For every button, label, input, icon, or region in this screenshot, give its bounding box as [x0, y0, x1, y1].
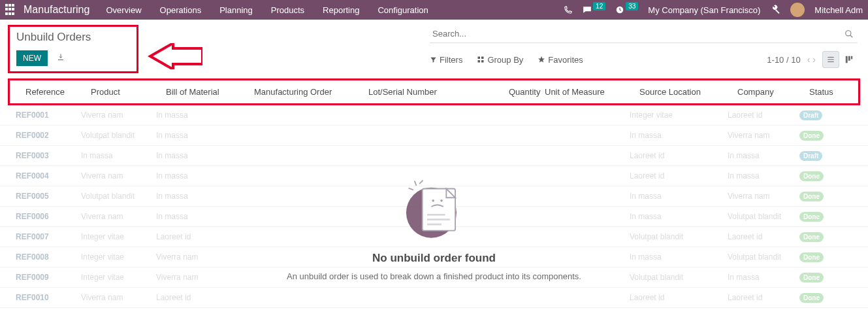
nav-operations[interactable]: Operations — [160, 5, 202, 15]
annotation-arrow-icon — [147, 43, 202, 69]
col-source[interactable]: Source Location — [639, 87, 737, 97]
pager: 1-10 / 10 ‹ › — [767, 51, 858, 68]
kanban-view-icon[interactable] — [841, 51, 858, 68]
activity-icon[interactable]: 33 — [615, 5, 638, 14]
user-name[interactable]: Mitchell Adm — [814, 5, 863, 15]
col-lot[interactable]: Lot/Serial Number — [368, 87, 509, 97]
messages-icon[interactable]: 12 — [583, 5, 605, 14]
control-panel-right: Filters Group By Favorites 1-10 / 10 ‹ › — [430, 25, 858, 73]
search-icon[interactable] — [844, 29, 858, 39]
control-panel-left: Unbuild Orders NEW — [0, 25, 138, 73]
svg-rect-5 — [481, 60, 484, 63]
table-row[interactable]: REF0008Integer vitaeViverra namIn massaV… — [0, 247, 868, 267]
groupby-label: Group By — [487, 55, 523, 65]
nav-products[interactable]: Products — [271, 5, 304, 15]
pager-prev-icon[interactable]: ‹ — [807, 54, 811, 65]
company-selector[interactable]: My Company (San Francisco) — [648, 5, 760, 15]
list-view-icon[interactable] — [822, 51, 839, 68]
table-row[interactable]: REF0010Viverra namLaoreet idLaoreet idLa… — [0, 288, 868, 308]
table-row[interactable]: REF0004Viverra namIn massaLaoreet idIn m… — [0, 166, 868, 186]
app-brand[interactable]: Manufacturing — [24, 4, 89, 16]
debug-icon[interactable] — [770, 5, 780, 15]
svg-rect-3 — [481, 57, 484, 60]
nav-planning[interactable]: Planning — [219, 5, 253, 15]
search-input[interactable] — [430, 27, 844, 40]
user-avatar[interactable] — [790, 3, 805, 17]
view-switcher — [822, 51, 858, 68]
filters-button[interactable]: Filters — [430, 55, 462, 65]
groupby-button[interactable]: Group By — [477, 55, 523, 65]
filters-label: Filters — [440, 55, 462, 65]
table-row[interactable]: REF0002Volutpat blanditIn massaIn massaV… — [0, 126, 868, 146]
table-row[interactable]: REF0005Volutpat blanditIn massaIn massaV… — [0, 186, 868, 207]
pager-next-icon[interactable]: › — [812, 54, 816, 65]
topbar: Manufacturing Overview Operations Planni… — [0, 0, 868, 20]
col-uom[interactable]: Unit of Measure — [545, 87, 639, 97]
col-bom[interactable]: Bill of Material — [166, 87, 254, 97]
col-product[interactable]: Product — [91, 87, 166, 97]
pager-text[interactable]: 1-10 / 10 — [767, 55, 800, 65]
favorites-button[interactable]: Favorites — [538, 55, 583, 65]
table-row[interactable]: REF0009Integer vitaeViverra namVolutpat … — [0, 267, 868, 288]
col-reference[interactable]: Reference — [25, 87, 91, 97]
export-icon[interactable] — [57, 53, 65, 63]
search-options-row: Filters Group By Favorites 1-10 / 10 ‹ › — [430, 51, 858, 68]
favorites-label: Favorites — [548, 55, 583, 65]
table-row[interactable]: REF0001Viverra namIn massaInteger vitaeL… — [0, 105, 868, 126]
activity-badge: 33 — [626, 2, 638, 10]
svg-rect-2 — [478, 57, 481, 60]
table-header-row: Reference Product Bill of Material Manuf… — [10, 80, 858, 103]
svg-rect-8 — [851, 56, 852, 60]
annotation-highlight-box: Unbuild Orders NEW — [8, 25, 138, 73]
svg-point-1 — [846, 30, 851, 35]
col-mo[interactable]: Manufacturing Order — [254, 87, 368, 97]
col-status[interactable]: Status — [809, 87, 839, 97]
col-quantity[interactable]: Quantity — [509, 87, 545, 97]
table-row[interactable]: REF0006Viverra namIn massaIn massaVolutp… — [0, 207, 868, 227]
topbar-right: 12 33 My Company (San Francisco) Mitchel… — [564, 3, 863, 17]
annotation-highlight-columns: Reference Product Bill of Material Manuf… — [8, 78, 860, 105]
new-button[interactable]: NEW — [16, 50, 48, 66]
apps-icon[interactable] — [5, 4, 17, 16]
messages-badge: 12 — [593, 2, 605, 10]
svg-rect-6 — [846, 56, 848, 63]
nav-overview[interactable]: Overview — [106, 5, 141, 15]
page-title: Unbuild Orders — [16, 31, 130, 44]
ghost-sample-rows: REF0001Viverra namIn massaInteger vitaeL… — [0, 105, 868, 308]
search-bar — [430, 25, 858, 43]
nav-reporting[interactable]: Reporting — [323, 5, 359, 15]
table-row[interactable]: REF0003In massaIn massaLaoreet idIn mass… — [0, 146, 868, 166]
phone-icon[interactable] — [564, 5, 573, 14]
top-nav: Overview Operations Planning Products Re… — [106, 5, 428, 15]
table-row[interactable]: REF0007Integer vitaeLaoreet idVolutpat b… — [0, 227, 868, 247]
control-panel: Unbuild Orders NEW Filters — [0, 20, 868, 76]
nav-configuration[interactable]: Configuration — [378, 5, 428, 15]
col-company[interactable]: Company — [737, 87, 809, 97]
svg-rect-4 — [478, 60, 481, 63]
svg-rect-7 — [848, 56, 850, 61]
